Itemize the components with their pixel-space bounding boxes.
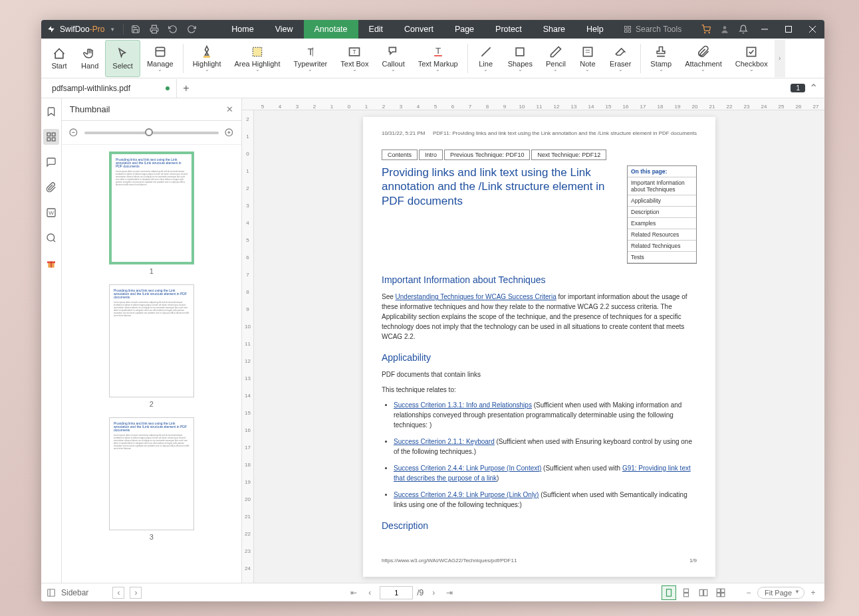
continuous-view-button[interactable] (679, 585, 693, 600)
nav-next-button[interactable]: › (130, 587, 142, 599)
document-tabbar: pdfsampl-withlinks.pdf + 1 ⌃ (41, 78, 824, 98)
prev-page-button[interactable]: ‹ (364, 587, 376, 599)
app-menu-dropdown[interactable]: ▼ (110, 27, 115, 33)
app-name: SwifDoo (60, 25, 90, 34)
toc-item[interactable]: Related Resources (628, 229, 696, 241)
zoom-in-button[interactable] (224, 128, 235, 138)
close-panel-button[interactable]: ✕ (226, 104, 233, 114)
highlight-tool[interactable]: Highlight⌄ (186, 40, 228, 77)
thumbnail-zoom-slider[interactable] (84, 132, 219, 134)
minimize-button[interactable] (753, 20, 777, 39)
menu-share[interactable]: Share (533, 20, 576, 39)
undo-button[interactable] (164, 20, 182, 39)
zoom-out-button[interactable] (68, 128, 79, 138)
svg-rect-47 (667, 589, 672, 596)
document-link[interactable]: Success Criterion 2.1.1: Keyboard (394, 438, 495, 445)
document-viewport[interactable]: 2101234567891011121314151617181920212223… (242, 110, 824, 583)
toc-item[interactable]: Important Information about Techniques (628, 177, 696, 195)
save-button[interactable] (126, 20, 145, 39)
menu-protect[interactable]: Protect (485, 20, 533, 39)
nav-pill[interactable]: Next Technique: PDF12 (531, 150, 606, 160)
area-highlight-tool[interactable]: Area Highlight⌄ (227, 40, 287, 77)
menu-home[interactable]: Home (221, 20, 264, 39)
toc-item[interactable]: Tests (628, 252, 696, 263)
first-page-button[interactable]: ⇤ (348, 587, 360, 599)
typewriter-tool[interactable]: TTypewriter⌄ (287, 40, 334, 77)
select-tool[interactable]: Select (105, 40, 140, 77)
collapse-ribbon-button[interactable]: ⌃ (809, 82, 818, 94)
eraser-tool[interactable]: Eraser⌄ (603, 40, 638, 77)
thumbnail-item[interactable]: Providing links and link text using the … (68, 417, 235, 541)
zoom-in-status-button[interactable]: + (807, 587, 819, 599)
note-tool[interactable]: Note⌄ (572, 40, 603, 77)
pencil-tool[interactable]: Pencil⌄ (539, 40, 572, 77)
bookmarks-rail-button[interactable] (43, 104, 59, 120)
toc-item[interactable]: Description (628, 207, 696, 218)
nav-prev-button[interactable]: ‹ (112, 587, 124, 599)
text-markup-tool[interactable]: TText Markup⌄ (412, 40, 465, 77)
two-page-continuous-button[interactable] (713, 585, 728, 600)
cart-button[interactable] (697, 20, 715, 39)
maximize-button[interactable] (777, 20, 800, 39)
callout-tool[interactable]: Callout⌄ (375, 40, 411, 77)
checkbox-tool[interactable]: Checkbox⌄ (729, 40, 775, 77)
menu-annotate[interactable]: Annotate (304, 20, 358, 39)
toc-item[interactable]: Applicability (628, 195, 696, 207)
hand-tool[interactable]: Hand (74, 40, 105, 77)
single-page-view-button[interactable] (662, 585, 676, 600)
thumbnail-item[interactable]: Providing links and link text using the … (68, 284, 235, 408)
attachment-tool[interactable]: Attachment⌄ (678, 40, 729, 77)
shapes-tool[interactable]: Shapes⌄ (501, 40, 539, 77)
notifications-button[interactable] (734, 20, 753, 39)
toolbar-expand-button[interactable]: › (775, 40, 785, 77)
print-button[interactable] (145, 20, 164, 39)
close-button[interactable] (800, 20, 824, 39)
svg-line-36 (53, 240, 55, 242)
document-link[interactable]: Success Criterion 2.4.9: Link Purpose (L… (394, 491, 539, 498)
toc-item[interactable]: Examples (628, 218, 696, 229)
document-tab[interactable]: pdfsampl-withlinks.pdf (44, 79, 177, 98)
menu-page[interactable]: Page (444, 20, 485, 39)
nav-pill[interactable]: Previous Technique: PDF10 (444, 150, 530, 160)
start-tool[interactable]: Start (44, 40, 74, 77)
document-title: Providing links and link text using the … (382, 165, 620, 208)
thumbnail-panel: Thumbnail ✕ Providing links and link tex… (62, 98, 242, 583)
page-number-input[interactable] (380, 586, 413, 599)
zoom-fit-select[interactable]: Fit Page▼ (757, 587, 804, 599)
menu-help[interactable]: Help (576, 20, 614, 39)
search-tools[interactable]: Search Tools (617, 25, 697, 34)
left-rail: W (41, 98, 62, 583)
toc-item[interactable]: Related Techniques (628, 241, 696, 252)
zoom-out-status-button[interactable]: − (743, 587, 755, 599)
manage-tool[interactable]: Manage⌄ (140, 40, 180, 77)
word-rail-button[interactable]: W (43, 205, 59, 221)
document-link[interactable]: Understanding Techniques for WCAG Succes… (396, 293, 556, 300)
text-box-tool[interactable]: TText Box⌄ (334, 40, 375, 77)
nav-pill[interactable]: Intro (419, 150, 443, 160)
sidebar-toggle-icon[interactable] (47, 588, 56, 597)
search-rail-button[interactable] (43, 230, 59, 246)
document-link[interactable]: Success Criterion 1.3.1: Info and Relati… (394, 401, 532, 409)
last-page-button[interactable]: ⇥ (443, 587, 455, 599)
menu-convert[interactable]: Convert (394, 20, 444, 39)
menu-view[interactable]: View (265, 20, 304, 39)
two-page-view-button[interactable] (696, 585, 711, 600)
nav-pill[interactable]: Contents (382, 150, 418, 160)
page-footer-pagenum: 1/9 (689, 558, 697, 564)
new-tab-button[interactable]: + (177, 79, 195, 98)
menu-edit[interactable]: Edit (358, 20, 394, 39)
thumbnails-rail-button[interactable] (43, 129, 59, 145)
comments-rail-button[interactable] (43, 154, 59, 170)
document-link[interactable]: Success Criterion 2.4.4: Link Purpose (I… (394, 464, 541, 472)
attachments-rail-button[interactable] (43, 179, 59, 195)
stamp-tool[interactable]: Stamp⌄ (644, 40, 678, 77)
next-page-button[interactable]: › (428, 587, 439, 599)
sidebar-label[interactable]: Sidebar (61, 588, 88, 597)
thumbnail-number: 3 (150, 533, 154, 541)
gift-rail-button[interactable] (43, 255, 59, 271)
thumbnail-list[interactable]: Providing links and link text using the … (62, 145, 241, 583)
thumbnail-item[interactable]: Providing links and link text using the … (68, 152, 235, 275)
line-tool[interactable]: Line⌄ (471, 40, 501, 77)
redo-button[interactable] (182, 20, 201, 39)
account-button[interactable] (715, 20, 734, 39)
